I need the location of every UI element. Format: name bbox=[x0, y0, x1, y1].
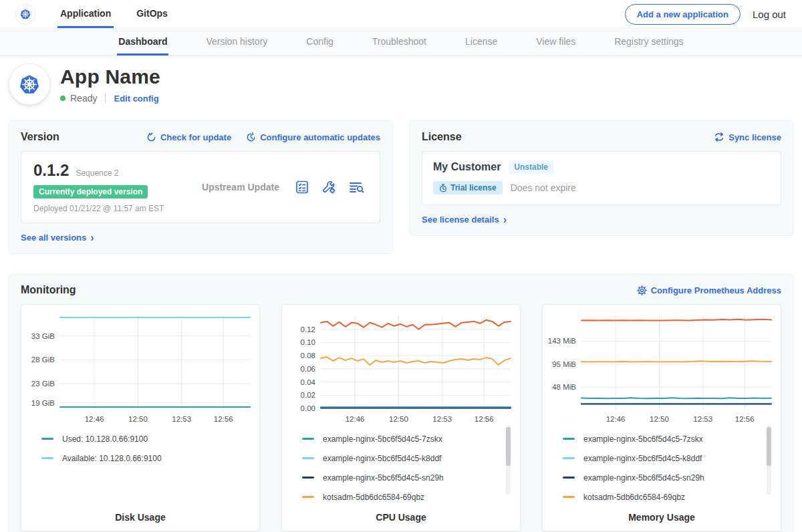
version-sequence: Sequence 2 bbox=[76, 168, 118, 178]
app-kubernetes-icon bbox=[9, 64, 49, 104]
subnav-tab-registry-settings[interactable]: Registry settings bbox=[613, 29, 684, 55]
cpu-usage-chart: 0.000.020.040.060.080.100.1212:4612:5012… bbox=[285, 311, 517, 425]
legend-label: example-nginx-5bc6f5d4c5-sn29h bbox=[323, 473, 444, 483]
legend-swatch-icon bbox=[563, 438, 575, 440]
svg-text:12:56: 12:56 bbox=[214, 415, 233, 423]
subnav-tab-version-history[interactable]: Version history bbox=[205, 29, 269, 55]
subnav-tab-license[interactable]: License bbox=[464, 29, 499, 55]
svg-text:12:53: 12:53 bbox=[693, 415, 712, 423]
license-card-title: License bbox=[422, 131, 462, 143]
topnav-tab-gitops-label: GitOps bbox=[136, 8, 168, 19]
legend-item: Used: 10.128.0.66:9100 bbox=[41, 434, 243, 443]
cpu-usage-legend: example-nginx-5bc6f5d4c5-7zskxexample-ng… bbox=[285, 425, 517, 507]
version-source: Upstream Update bbox=[187, 182, 294, 192]
memory-usage-panel: 48 MiB95 MiB143 MiB12:4612:5012:5312:56 … bbox=[542, 304, 781, 531]
legend-item: kotsadm-5db6dc6584-69qbz bbox=[563, 493, 765, 501]
add-application-button[interactable]: Add a new application bbox=[625, 4, 741, 25]
configure-automatic-updates-link[interactable]: Configure automatic updates bbox=[246, 132, 380, 142]
disk-usage-chart: 19 GiB23 GiB28 GiB33 GiB12:4612:5012:531… bbox=[24, 311, 257, 425]
see-license-details-link[interactable]: See license details › bbox=[422, 215, 507, 225]
svg-text:0.08: 0.08 bbox=[301, 352, 315, 360]
subnav-tab-dashboard[interactable]: Dashboard bbox=[117, 29, 168, 55]
see-all-versions-link[interactable]: See all versions › bbox=[21, 233, 94, 243]
top-navbar: Application GitOps Add a new application… bbox=[0, 0, 802, 28]
edit-config-link[interactable]: Edit config bbox=[114, 94, 158, 104]
stopwatch-icon bbox=[439, 184, 447, 192]
legend-scrollbar-thumb[interactable] bbox=[506, 427, 511, 466]
kubernetes-logo-icon[interactable] bbox=[16, 5, 35, 23]
topnav-tab-gitops[interactable]: GitOps bbox=[134, 0, 170, 28]
legend-swatch-icon bbox=[302, 438, 314, 440]
legend-label: kotsadm-5db6dc6584-69qbz bbox=[323, 493, 424, 502]
subnav-tab-view-files[interactable]: View files bbox=[535, 29, 577, 55]
svg-text:0.12: 0.12 bbox=[301, 325, 315, 334]
legend-label: example-nginx-5bc6f5d4c5-k8ddf bbox=[323, 454, 441, 463]
legend-swatch-icon bbox=[302, 477, 314, 479]
subnav-tab-config[interactable]: Config bbox=[305, 29, 334, 55]
legend-swatch-icon bbox=[302, 457, 314, 459]
config-wrench-icon[interactable] bbox=[321, 179, 337, 195]
deployed-badge: Currently deployed version bbox=[33, 185, 148, 198]
legend-swatch-icon bbox=[563, 496, 575, 498]
legend-item: kotsadm-5db6dc6584-69qbz bbox=[302, 493, 504, 501]
topnav-tab-application[interactable]: Application bbox=[57, 0, 114, 28]
license-panel: My Customer Unstable Trial license Does … bbox=[422, 151, 781, 205]
legend-label: example-nginx-5bc6f5d4c5-7zskx bbox=[583, 434, 703, 444]
legend-swatch-icon bbox=[41, 438, 53, 440]
svg-text:12:53: 12:53 bbox=[172, 415, 191, 423]
svg-text:12:50: 12:50 bbox=[128, 415, 148, 423]
svg-text:12:46: 12:46 bbox=[346, 415, 365, 423]
legend-scrollbar-thumb[interactable] bbox=[767, 427, 771, 466]
divider bbox=[105, 94, 106, 103]
svg-text:23 GiB: 23 GiB bbox=[31, 380, 55, 388]
legend-label: example-nginx-5bc6f5d4c5-k8ddf bbox=[583, 454, 702, 463]
subnav-tab-troubleshoot[interactable]: Troubleshoot bbox=[371, 29, 428, 55]
chart-title: Memory Usage bbox=[545, 512, 778, 523]
preflight-checks-icon[interactable] bbox=[294, 179, 310, 195]
version-card-title: Version bbox=[21, 131, 59, 143]
logout-button[interactable]: Log out bbox=[753, 9, 786, 20]
disk-usage-legend: Used: 10.128.0.66:9100Available: 10.128.… bbox=[24, 425, 257, 507]
license-type-badge: Trial license bbox=[433, 181, 503, 194]
chart-title: Disk Usage bbox=[24, 512, 257, 523]
svg-text:12:53: 12:53 bbox=[432, 415, 452, 423]
configure-prometheus-link[interactable]: Configure Prometheus Address bbox=[637, 285, 781, 295]
gear-icon bbox=[637, 285, 647, 295]
legend-scrollbar[interactable] bbox=[767, 425, 771, 495]
legend-item: example-nginx-5bc6f5d4c5-7zskx bbox=[563, 434, 765, 443]
legend-swatch-icon bbox=[302, 496, 314, 498]
memory-usage-chart: 48 MiB95 MiB143 MiB12:4612:5012:5312:56 bbox=[545, 311, 778, 425]
svg-text:12:56: 12:56 bbox=[475, 415, 494, 423]
svg-text:0.02: 0.02 bbox=[301, 391, 315, 399]
chevron-right-icon: › bbox=[90, 235, 94, 241]
deploy-logs-icon[interactable] bbox=[348, 179, 365, 195]
svg-text:0.10: 0.10 bbox=[301, 338, 315, 346]
legend-scrollbar[interactable] bbox=[506, 425, 511, 495]
deployed-timestamp: Deployed 01/21/22 @ 11:57 am EST bbox=[33, 204, 187, 213]
legend-label: example-nginx-5bc6f5d4c5-7zskx bbox=[323, 434, 442, 444]
legend-label: example-nginx-5bc6f5d4c5-sn29h bbox=[583, 473, 704, 483]
sync-arrows-icon bbox=[714, 132, 724, 142]
legend-item: example-nginx-5bc6f5d4c5-sn29h bbox=[302, 473, 504, 482]
disk-usage-panel: 19 GiB23 GiB28 GiB33 GiB12:4612:5012:531… bbox=[21, 304, 260, 531]
sync-license-link[interactable]: Sync license bbox=[714, 132, 781, 142]
license-expiry: Does not expire bbox=[511, 182, 576, 193]
svg-text:19 GiB: 19 GiB bbox=[31, 399, 55, 407]
svg-text:12:46: 12:46 bbox=[85, 415, 104, 423]
clock-refresh-icon bbox=[246, 132, 256, 142]
app-header: App Name Ready Edit config bbox=[0, 56, 802, 114]
current-version-panel: 0.1.2 Sequence 2 Currently deployed vers… bbox=[21, 151, 380, 223]
license-card: License Sync license My Customer Unstabl… bbox=[409, 120, 794, 236]
topnav-tab-application-label: Application bbox=[60, 8, 111, 19]
svg-text:12:50: 12:50 bbox=[389, 415, 408, 423]
status-badge: Ready bbox=[70, 93, 97, 104]
check-for-update-link[interactable]: Check for update bbox=[146, 132, 231, 142]
svg-text:0.06: 0.06 bbox=[301, 365, 315, 373]
svg-text:12:56: 12:56 bbox=[735, 415, 755, 423]
svg-text:48 MiB: 48 MiB bbox=[552, 383, 576, 391]
version-card: Version Check for update Configure autom… bbox=[8, 120, 393, 254]
chart-title: CPU Usage bbox=[285, 512, 517, 523]
legend-item: example-nginx-5bc6f5d4c5-k8ddf bbox=[302, 454, 504, 462]
app-subnav: DashboardVersion historyConfigTroublesho… bbox=[0, 28, 802, 56]
svg-text:28 GiB: 28 GiB bbox=[31, 356, 55, 364]
